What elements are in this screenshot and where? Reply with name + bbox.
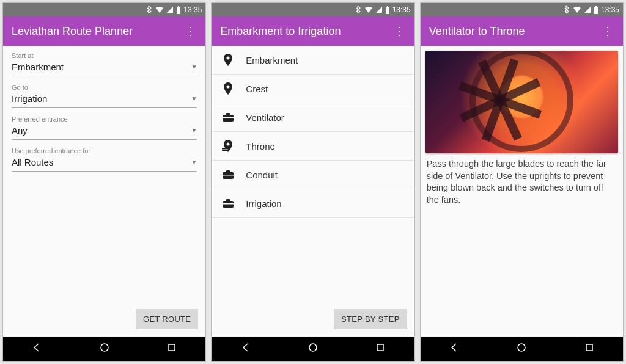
back-icon[interactable] [31,342,42,355]
page-title: Embarkment to Irrigation [220,25,392,38]
route-step-label: Conduit [246,170,278,180]
chevron-down-icon: ▼ [191,95,197,102]
start-at-select[interactable]: Embarkment ▼ [12,59,197,76]
svg-rect-23 [595,6,597,7]
battery-icon [594,6,598,14]
phone-screen-step-detail: 13:35 Ventilator to Throne ⋮ Pass throug… [420,2,624,362]
svg-rect-21 [377,344,383,351]
overflow-menu-icon[interactable]: ⋮ [392,26,406,37]
field-go-to: Go to Irrigation ▼ [12,84,197,108]
briefcase-icon [221,168,235,181]
wifi-icon [573,6,581,13]
app-bar: Embarkment to Irrigation ⋮ [212,16,414,46]
route-step[interactable]: Ventilator [212,103,414,132]
status-time: 13:35 [601,5,619,14]
app-bar: Ventilator to Throne ⋮ [421,16,623,46]
svg-rect-9 [226,113,230,115]
field-label: Preferred entrance [12,115,197,123]
chevron-down-icon: ▼ [191,64,197,70]
overflow-menu-icon[interactable]: ⋮ [601,26,614,37]
step-image [425,51,618,153]
content-area: Embarkment Crest Ventilator Throne Condu… [212,46,414,337]
location-pin-icon [221,53,235,67]
content-area: Pass through the large blades to reach t… [421,46,623,337]
briefcase-icon [221,111,235,124]
status-bar: 13:35 [421,3,623,16]
content-area: Start at Embarkment ▼ Go to Irrigation ▼… [3,46,205,337]
back-icon[interactable] [240,342,251,355]
status-time: 13:35 [183,5,202,14]
route-step[interactable]: Throne [212,132,414,161]
svg-rect-25 [586,344,592,351]
route-step[interactable]: Irrigation [212,189,414,218]
signal-icon [375,6,383,13]
svg-rect-4 [386,7,389,14]
home-icon[interactable] [307,342,319,355]
field-value: All Routes [12,157,53,167]
signal-icon [584,6,591,13]
phone-screen-planner: 13:35 Leviathan Route Planner ⋮ Start at… [2,2,206,362]
bluetooth-icon [356,5,362,14]
svg-point-11 [227,143,230,146]
briefcase-icon [221,197,235,210]
battery-icon [385,6,390,14]
svg-rect-10 [223,117,234,118]
page-title: Leviathan Route Planner [12,25,183,38]
chevron-down-icon: ▼ [191,127,197,134]
chevron-down-icon: ▼ [191,159,197,166]
recents-icon[interactable] [166,342,177,355]
bluetooth-icon [147,5,153,14]
wifi-icon [155,6,164,13]
svg-rect-16 [223,175,234,176]
pin-box-icon [221,139,235,153]
field-value: Irrigation [12,93,47,104]
recents-icon[interactable] [584,342,595,355]
svg-point-2 [101,344,108,351]
svg-rect-1 [178,6,179,7]
svg-point-24 [518,344,525,351]
field-preferred-entrance: Preferred entrance Any ▼ [12,115,197,140]
status-bar: 13:35 [212,3,414,16]
preferred-entrance-select[interactable]: Any ▼ [12,123,197,140]
step-by-step-button[interactable]: STEP BY STEP [334,309,407,329]
overflow-menu-icon[interactable]: ⋮ [183,26,197,37]
nav-bar [421,337,623,361]
recents-icon[interactable] [375,342,386,355]
route-step[interactable]: Embarkment [212,46,414,75]
svg-rect-13 [222,150,228,150]
home-icon[interactable] [99,342,110,355]
wifi-icon [364,6,373,13]
route-step[interactable]: Conduit [212,161,414,189]
step-description: Pass through the large blades to reach t… [421,158,623,206]
field-value: Embarkment [12,62,64,72]
get-route-button[interactable]: GET ROUTE [136,309,198,329]
route-step-label: Irrigation [246,198,281,209]
route-step[interactable]: Crest [212,75,414,103]
home-icon[interactable] [516,342,527,355]
status-time: 13:35 [392,5,411,14]
field-label: Start at [12,52,197,59]
route-step-label: Throne [246,141,275,151]
svg-rect-19 [223,203,234,205]
field-use-preferred-for: Use preferred entrance for All Routes ▼ [12,147,197,172]
phone-screen-route-list: 13:35 Embarkment to Irrigation ⋮ Embarkm… [211,2,414,362]
field-label: Go to [12,84,197,91]
field-value: Any [12,125,28,136]
nav-bar [212,337,414,361]
app-bar: Leviathan Route Planner ⋮ [3,16,205,46]
status-bar: 13:35 [3,3,205,16]
route-step-label: Embarkment [246,55,298,65]
back-icon[interactable] [449,342,460,355]
svg-rect-3 [169,344,175,351]
svg-rect-22 [594,7,598,14]
battery-icon [176,6,181,14]
go-to-select[interactable]: Irrigation ▼ [12,91,197,108]
svg-rect-5 [387,6,388,7]
nav-bar [3,337,205,361]
use-preferred-for-select[interactable]: All Routes ▼ [12,155,197,172]
signal-icon [166,6,174,13]
route-list: Embarkment Crest Ventilator Throne Condu… [212,46,414,218]
bluetooth-icon [564,5,570,14]
svg-point-7 [227,86,230,89]
svg-rect-15 [226,170,230,173]
